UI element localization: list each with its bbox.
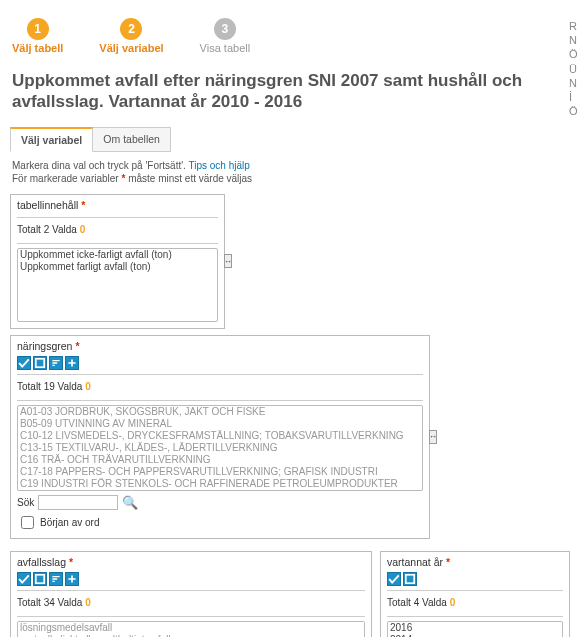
page-edge-artifact: RNÖ ÜNİ Ö xyxy=(569,20,578,118)
deselect-all-button[interactable] xyxy=(33,356,47,370)
tab-om-tabellen[interactable]: Om tabellen xyxy=(93,127,171,152)
begin-of-word-label: Början av ord xyxy=(40,517,99,528)
wizard-step-1-circle: 1 xyxy=(27,18,49,40)
panel-tabellinnehall: tabellinnehåll * Totalt 2 Valda 0 Uppkom… xyxy=(10,194,225,329)
wizard-step-2-circle: 2 xyxy=(120,18,142,40)
panel-naringsgren-title: näringsgren xyxy=(17,340,72,352)
tips-link[interactable]: Tips och hjälp xyxy=(188,160,249,171)
listbox-tabellinnehall[interactable]: Uppkommet icke-farligt avfall (ton)Uppko… xyxy=(17,248,218,322)
panel-avfallsslag: avfallsslag * Totalt 34 Valda 0 lösnings… xyxy=(10,551,372,638)
wizard-step-1-label: Välj tabell xyxy=(12,42,63,54)
expand-button[interactable] xyxy=(65,572,79,586)
tab-valj-variabel[interactable]: Välj variabel xyxy=(10,127,93,152)
resize-handle[interactable]: ↔ xyxy=(429,430,437,444)
required-star-icon: * xyxy=(81,199,85,211)
listbox-avfallsslag[interactable]: lösningsmedelsavfallsurt, alkaliskt elle… xyxy=(17,621,365,638)
page-title: Uppkommet avfall efter näringsgren SNI 2… xyxy=(12,70,568,113)
panel-avfallsslag-totals: Totalt 34 Valda 0 xyxy=(17,595,365,612)
sort-button[interactable] xyxy=(49,356,63,370)
tab-bar: Välj variabel Om tabellen xyxy=(10,127,580,152)
expand-button[interactable] xyxy=(65,356,79,370)
svg-rect-0 xyxy=(36,358,44,366)
panel-naringsgren-totals: Totalt 19 Valda 0 xyxy=(17,379,423,396)
required-star-icon: * xyxy=(75,340,79,352)
panel-vartannat-ar: vartannat år * Totalt 4 Valda 0 20162014… xyxy=(380,551,570,638)
sort-button[interactable] xyxy=(49,572,63,586)
panel-naringsgren-tools xyxy=(17,356,423,370)
wizard-step-1[interactable]: 1 Välj tabell xyxy=(12,18,63,54)
panel-tabellinnehall-totals: Totalt 2 Valda 0 xyxy=(17,222,218,239)
panel-avfallsslag-tools xyxy=(17,572,365,586)
panel-naringsgren: näringsgren * Totalt 19 Valda 0 A01-03 J… xyxy=(10,335,430,539)
wizard-step-2-label: Välj variabel xyxy=(99,42,163,54)
required-star-icon: * xyxy=(69,556,73,568)
deselect-all-button[interactable] xyxy=(33,572,47,586)
select-all-button[interactable] xyxy=(17,356,31,370)
panel-vartannat-ar-tools xyxy=(387,572,563,586)
wizard-step-2[interactable]: 2 Välj variabel xyxy=(99,18,163,54)
wizard-step-3-circle: 3 xyxy=(214,18,236,40)
svg-rect-1 xyxy=(36,574,44,582)
panel-avfallsslag-title: avfallsslag xyxy=(17,556,66,568)
select-all-button[interactable] xyxy=(17,572,31,586)
wizard-steps: 1 Välj tabell 2 Välj variabel 3 Visa tab… xyxy=(0,0,580,62)
search-input-naringsgren[interactable] xyxy=(38,495,118,510)
panel-vartannat-ar-title: vartannat år xyxy=(387,556,443,568)
wizard-step-3-label: Visa tabell xyxy=(200,42,251,54)
wizard-step-3[interactable]: 3 Visa tabell xyxy=(200,18,251,54)
deselect-all-button[interactable] xyxy=(403,572,417,586)
search-label: Sök xyxy=(17,497,34,508)
listbox-naringsgren[interactable]: A01-03 JORDBRUK, SKOGSBRUK, JAKT OCH FIS… xyxy=(17,405,423,491)
instruction-line-2: För markerade variabler * måste minst et… xyxy=(12,173,568,184)
panel-vartannat-ar-totals: Totalt 4 Valda 0 xyxy=(387,595,563,612)
panel-tabellinnehall-title: tabellinnehåll xyxy=(17,199,78,211)
listbox-vartannat-ar[interactable]: 2016201420122010 xyxy=(387,621,563,638)
resize-handle[interactable]: ↔ xyxy=(224,254,232,268)
begin-of-word-checkbox-naringsgren[interactable] xyxy=(21,516,34,529)
select-all-button[interactable] xyxy=(387,572,401,586)
svg-rect-2 xyxy=(406,574,414,582)
required-star-icon: * xyxy=(446,556,450,568)
search-icon[interactable]: 🔍 xyxy=(122,495,138,510)
instruction-line-1: Markera dina val och tryck på 'Fortsätt'… xyxy=(12,160,568,171)
